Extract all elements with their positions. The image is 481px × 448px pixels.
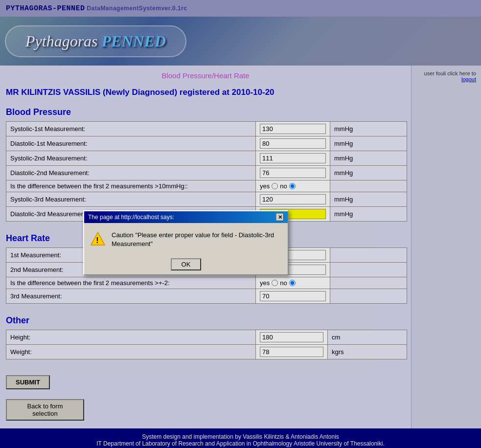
dialog-message: Caution "Please enter proper value for f… [112, 231, 282, 248]
alert-dialog: The page at http://localhost says: ✕ ! C… [83, 210, 289, 275]
dialog-body: ! Caution "Please enter proper value for… [84, 223, 288, 254]
svg-text:!: ! [96, 236, 98, 245]
dialog-overlay: The page at http://localhost says: ✕ ! C… [0, 0, 481, 448]
dialog-close-button[interactable]: ✕ [276, 213, 284, 221]
warning-icon: ! [90, 231, 106, 246]
dialog-title: The page at http://localhost says: [88, 214, 174, 221]
ok-button[interactable]: OK [171, 258, 202, 270]
dialog-titlebar: The page at http://localhost says: ✕ [84, 211, 288, 223]
dialog-footer: OK [84, 254, 288, 274]
